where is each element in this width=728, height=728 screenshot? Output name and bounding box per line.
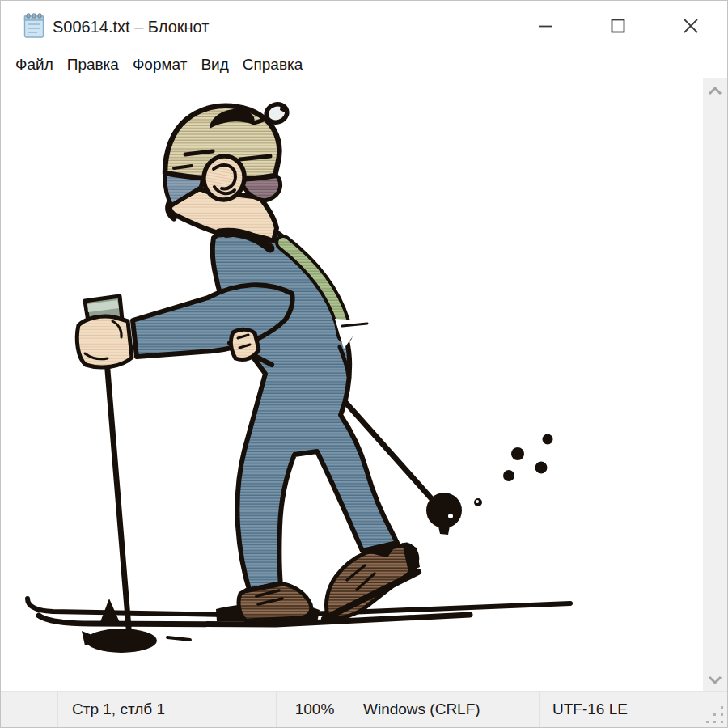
- maximize-icon: [610, 18, 626, 34]
- notepad-window: S00614.txt – Блокнот Файл Правка: [0, 0, 728, 728]
- titlebar[interactable]: S00614.txt – Блокнот: [1, 1, 727, 51]
- menu-file[interactable]: Файл: [9, 51, 60, 78]
- statusbar: Стр 1, стлб 1 100% Windows (CRLF) UTF-16…: [1, 691, 727, 727]
- cursor-position: Стр 1, стлб 1: [72, 692, 165, 727]
- scroll-down-icon[interactable]: [708, 673, 722, 686]
- menu-view[interactable]: Вид: [194, 51, 235, 78]
- statusbar-separator: [539, 692, 540, 727]
- notepad-icon[interactable]: [23, 13, 45, 39]
- vertical-scrollbar[interactable]: [703, 78, 727, 692]
- front-boot: [216, 583, 320, 623]
- menu-help[interactable]: Справка: [236, 51, 310, 78]
- minimize-button[interactable]: [509, 1, 582, 51]
- maximize-button[interactable]: [582, 1, 654, 51]
- text-editor-area[interactable]: [1, 78, 705, 692]
- resize-grip[interactable]: [706, 706, 723, 723]
- rear-boot: [324, 541, 420, 619]
- zoom-level: 100%: [277, 692, 353, 727]
- close-icon: [683, 18, 699, 34]
- snow-specks: [474, 434, 553, 507]
- menu-edit[interactable]: Правка: [61, 51, 125, 78]
- skier-illustration: [1, 78, 705, 692]
- close-button[interactable]: [654, 1, 727, 51]
- statusbar-separator: [353, 692, 353, 727]
- menu-format[interactable]: Формат: [126, 51, 194, 78]
- left-hand: [77, 316, 132, 367]
- minimize-icon: [537, 18, 553, 34]
- skier-body: [213, 223, 397, 592]
- line-ending: Windows (CRLF): [363, 692, 480, 727]
- window-controls: [509, 1, 727, 51]
- statusbar-separator: [57, 692, 58, 727]
- skier-head: [165, 102, 290, 248]
- encoding: UTF-16 LE: [552, 692, 628, 727]
- scroll-up-icon[interactable]: [708, 85, 722, 98]
- window-title: S00614.txt – Блокнот: [53, 1, 209, 51]
- menubar: Файл Правка Формат Вид Справка: [1, 51, 727, 78]
- front-ski-pole: [82, 331, 190, 653]
